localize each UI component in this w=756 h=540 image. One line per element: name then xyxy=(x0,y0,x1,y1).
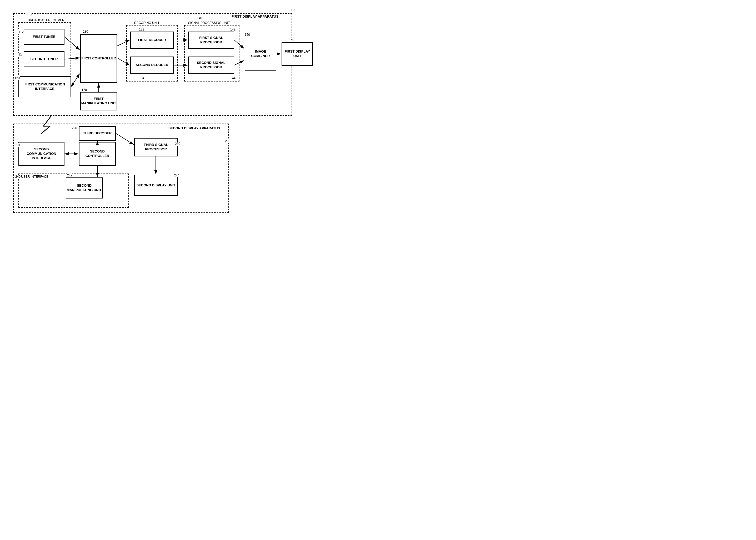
first-comm-box: FIRST COMMUNICATION INTERFACE xyxy=(18,76,71,97)
second-comm-ref: 210 xyxy=(14,143,20,147)
first-comm-ref: 120 xyxy=(14,76,20,80)
third-signal-processor-ref: 230 xyxy=(175,142,180,146)
first-display-unit-box: FIRST DISPLAY UNIT xyxy=(282,42,313,66)
user-interface-ref: 240 xyxy=(15,175,21,179)
first-tuner-ref: 112 xyxy=(18,30,24,34)
second-decoder-box: SECOND DECODER xyxy=(130,57,174,73)
first-decoder-box: FIRST DECODER xyxy=(130,32,174,49)
second-manip-ref: 242 xyxy=(67,174,72,177)
second-controller-box: SECOND CONTROLLER xyxy=(79,142,116,166)
decoding-unit-ref: 130 xyxy=(139,16,144,20)
signal-processing-unit-label: SIGNAL PROCESSING UNIT xyxy=(188,21,230,25)
first-decoder-ref: 132 xyxy=(139,28,144,31)
third-decoder-ref: 220 xyxy=(72,126,77,130)
third-decoder-box: THIRD DECODER xyxy=(79,126,116,141)
first-display-apparatus-ref: 100 xyxy=(291,8,296,12)
lightning-bolt-icon xyxy=(33,114,65,135)
second-display-unit-ref: 244 xyxy=(174,174,179,177)
second-signal-processor-ref: 144 xyxy=(230,76,236,80)
broadcast-receiver-ref: 110 xyxy=(26,13,32,17)
first-signal-processor-box: FIRST SIGNAL PROCESSOR xyxy=(188,32,234,49)
user-interface-label: USER INTERFACE xyxy=(21,175,49,179)
third-signal-processor-box: THIRD SIGNAL PROCESSOR xyxy=(134,138,178,156)
first-display-apparatus-label: FIRST DISPLAY APPARATUS xyxy=(232,14,279,18)
first-tuner-box: FIRST TUNER xyxy=(24,29,65,45)
signal-processing-unit-ref: 140 xyxy=(197,16,202,20)
image-combiner-box: IMAGE COMBINER xyxy=(245,37,276,71)
first-manip-ref: 170 xyxy=(82,88,87,92)
image-combiner-ref: 150 xyxy=(245,33,250,37)
second-comm-box: SECOND COMMUNICATION INTERFACE xyxy=(18,142,65,166)
second-display-apparatus-ref: 200 xyxy=(225,139,230,143)
second-manip-box: SECOND MANIPULATING UNIT xyxy=(66,178,102,199)
second-tuner-box: SECOND TUNER xyxy=(24,51,65,67)
first-manip-box: FIRST MANIPULATING UNIT xyxy=(80,92,117,110)
decoding-unit-label: DECODING UNIT xyxy=(134,21,159,25)
first-signal-processor-ref: 142 xyxy=(230,28,236,31)
first-display-unit-ref: 160 xyxy=(289,38,294,42)
second-display-apparatus-label: SECOND DISPLAY APPARATUS xyxy=(168,126,220,130)
diagram-container: FIRST DISPLAY APPARATUS 100 BROADCAST RE… xyxy=(5,5,310,221)
broadcast-receiver-label: BROADCAST RECIEVER xyxy=(22,18,70,22)
second-decoder-ref: 134 xyxy=(139,76,144,80)
first-controller-box: FIRST CONTROLLER xyxy=(80,34,117,83)
first-controller-ref: 180 xyxy=(83,30,88,33)
second-display-unit-box: SECOND DISPLAY UNIT xyxy=(134,175,178,196)
second-signal-processor-box: SECOND SIGNAL PROCESSOR xyxy=(188,57,234,73)
second-tuner-ref: 114 xyxy=(18,53,24,56)
